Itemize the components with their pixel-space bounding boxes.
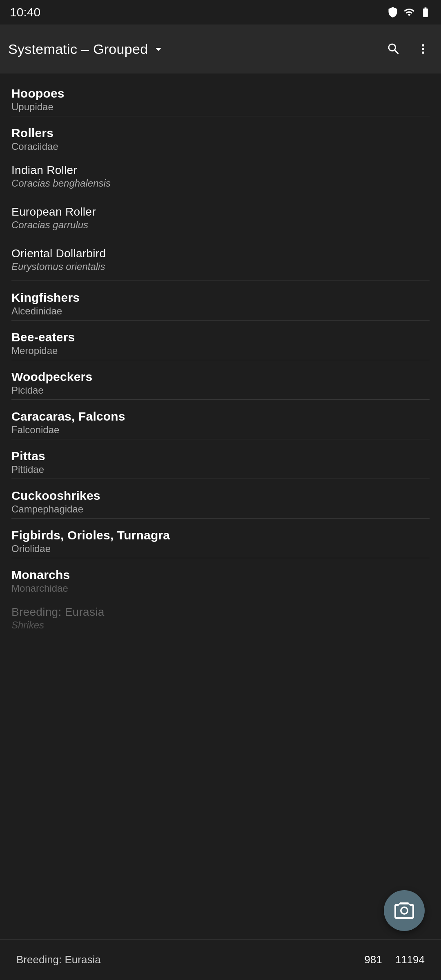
list-item-shrikes-subtitle: Shrikes xyxy=(11,619,430,631)
group-header-pittas[interactable]: Pittas Pittidae xyxy=(0,439,441,479)
app-bar: Systematic – Grouped xyxy=(0,24,441,74)
app-bar-actions xyxy=(384,39,433,59)
group-header-monarchs-title: Monarchs xyxy=(11,568,430,582)
battery-icon xyxy=(420,7,431,18)
list-item-shrikes-partial[interactable]: Breeding: Eurasia Shrikes xyxy=(0,597,441,639)
list-item-indian-roller-subtitle: Coracias benghalensis xyxy=(11,178,430,189)
dropdown-icon[interactable] xyxy=(151,42,166,56)
group-header-caracaras-falcons[interactable]: Caracaras, Falcons Falconidae xyxy=(0,400,441,439)
group-header-hoopoes-title: Hoopoes xyxy=(11,87,430,100)
group-header-rollers-title: Rollers xyxy=(11,126,430,140)
group-header-kingfishers[interactable]: Kingfishers Alcedinidae xyxy=(0,281,441,320)
list-item-european-roller[interactable]: European Roller Coracias garrulus xyxy=(0,197,441,239)
group-header-bee-eaters-subtitle: Meropidae xyxy=(11,345,430,356)
more-options-button[interactable] xyxy=(413,39,433,59)
bottom-bar-count2: 11194 xyxy=(395,953,425,966)
group-header-caracaras-falcons-title: Caracaras, Falcons xyxy=(11,410,430,423)
group-header-figbirds-title: Figbirds, Orioles, Turnagra xyxy=(11,528,430,542)
list-item-indian-roller[interactable]: Indian Roller Coracias benghalensis xyxy=(0,156,441,197)
group-header-cuckooshrikes-title: Cuckooshrikes xyxy=(11,489,430,503)
group-header-bee-eaters-title: Bee-eaters xyxy=(11,330,430,344)
status-icons xyxy=(387,7,431,18)
group-header-monarchs[interactable]: Monarchs Monarchidae xyxy=(0,558,441,597)
list-container: Hoopoes Upupidae Rollers Coraciidae Indi… xyxy=(0,74,441,639)
group-header-hoopoes-subtitle: Upupidae xyxy=(11,101,430,113)
group-header-cuckooshrikes[interactable]: Cuckooshrikes Campephagidae xyxy=(0,479,441,518)
list-item-european-roller-subtitle: Coracias garrulus xyxy=(11,219,430,231)
group-header-rollers-subtitle: Coraciidae xyxy=(11,141,430,152)
group-header-pittas-title: Pittas xyxy=(11,449,430,463)
group-header-bee-eaters[interactable]: Bee-eaters Meropidae xyxy=(0,321,441,360)
group-header-woodpeckers-title: Woodpeckers xyxy=(11,370,430,384)
group-header-kingfishers-title: Kingfishers xyxy=(11,291,430,305)
group-header-figbirds[interactable]: Figbirds, Orioles, Turnagra Oriolidae xyxy=(0,519,441,558)
group-header-woodpeckers[interactable]: Woodpeckers Picidae xyxy=(0,360,441,399)
app-bar-title-container: Systematic – Grouped xyxy=(8,41,377,57)
camera-icon xyxy=(394,901,414,920)
group-header-woodpeckers-subtitle: Picidae xyxy=(11,385,430,396)
group-header-figbirds-subtitle: Oriolidae xyxy=(11,543,430,555)
list-item-oriental-dollarbird-title: Oriental Dollarbird xyxy=(11,247,430,260)
bottom-bar-count1: 981 xyxy=(364,953,382,966)
group-header-pittas-subtitle: Pittidae xyxy=(11,464,430,475)
group-header-monarchs-subtitle: Monarchidae xyxy=(11,583,430,594)
wifi-icon xyxy=(403,7,415,18)
group-header-hoopoes[interactable]: Hoopoes Upupidae xyxy=(0,77,441,116)
status-time: 10:40 xyxy=(10,5,40,19)
list-item-european-roller-title: European Roller xyxy=(11,205,430,218)
bottom-bar-counts: 981 11194 xyxy=(364,953,425,966)
shield-icon xyxy=(387,7,399,18)
group-header-caracaras-falcons-subtitle: Falconidae xyxy=(11,424,430,436)
bottom-bar-label: Breeding: Eurasia xyxy=(16,953,101,966)
list-item-oriental-dollarbird[interactable]: Oriental Dollarbird Eurystomus orientali… xyxy=(0,239,441,281)
group-header-rollers[interactable]: Rollers Coraciidae xyxy=(0,116,441,156)
bottom-bar: Breeding: Eurasia 981 11194 xyxy=(0,939,441,980)
group-header-kingfishers-subtitle: Alcedinidae xyxy=(11,305,430,317)
search-button[interactable] xyxy=(384,39,403,59)
list-item-shrikes-title: Breeding: Eurasia xyxy=(11,606,430,619)
list-item-oriental-dollarbird-subtitle: Eurystomus orientalis xyxy=(11,261,430,272)
list-item-indian-roller-title: Indian Roller xyxy=(11,164,430,177)
app-bar-title: Systematic – Grouped xyxy=(8,41,148,57)
group-header-cuckooshrikes-subtitle: Campephagidae xyxy=(11,503,430,515)
fab-camera-button[interactable] xyxy=(384,890,425,931)
status-bar: 10:40 xyxy=(0,0,441,24)
